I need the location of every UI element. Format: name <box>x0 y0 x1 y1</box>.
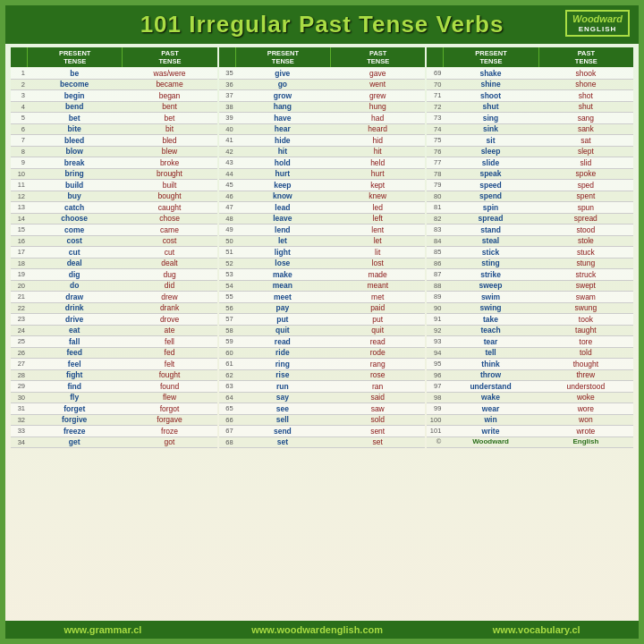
past-tense: saw <box>330 403 425 414</box>
row-number: 48 <box>219 216 235 223</box>
past-tense: began <box>122 90 216 101</box>
past-tense: shook <box>538 68 633 79</box>
table-row: 74sinksank <box>427 124 633 136</box>
present-tense: rise <box>235 370 330 381</box>
row-number: 93 <box>427 338 443 345</box>
past-tense: sped <box>538 180 633 191</box>
present-tense: lend <box>235 225 330 235</box>
present-tense: bleed <box>27 135 122 146</box>
present-tense: forget <box>27 403 122 414</box>
past-tense: came <box>122 225 216 235</box>
table-row: 13catchcaught <box>11 202 217 214</box>
past-tense: stung <box>538 258 633 269</box>
present-tense: drive <box>27 314 122 325</box>
past-tense: quit <box>330 326 425 336</box>
row-number: 85 <box>427 249 443 256</box>
present-tense: ring <box>235 359 330 369</box>
column-1: PRESENTTENSE PASTTENSE 1bewas/were2becom… <box>11 47 217 617</box>
row-number: 57 <box>219 316 235 323</box>
past-tense: met <box>330 292 425 302</box>
past-tense: spun <box>538 202 633 213</box>
row-number: 26 <box>11 350 27 357</box>
footer-link-2: www.woodwardenglish.com <box>251 624 383 635</box>
present-tense: bite <box>27 124 122 135</box>
past-tense: bent <box>122 102 216 113</box>
past-tense: forgot <box>122 403 216 414</box>
present-tense: spread <box>443 214 538 225</box>
past-tense: dug <box>122 269 216 280</box>
present-tense: write <box>443 426 538 436</box>
present-tense: hit <box>235 147 330 157</box>
past-tense: ate <box>122 326 216 336</box>
present-tense: forgive <box>27 415 122 426</box>
logo-sub: ENGLISH <box>572 25 623 33</box>
col2-past-header: PASTTENSE <box>330 47 425 67</box>
past-tense: sang <box>538 113 633 123</box>
past-tense: stole <box>538 236 633 247</box>
past-tense: sent <box>330 426 425 436</box>
past-tense: slept <box>538 147 633 157</box>
present-tense: stick <box>443 247 538 258</box>
table-row: 47leadled <box>219 202 426 214</box>
past-tense: swung <box>538 303 633 314</box>
past-tense: drew <box>122 292 216 302</box>
past-tense: taught <box>538 326 633 336</box>
past-tense: sat <box>538 135 633 146</box>
present-tense: sleep <box>443 147 538 157</box>
row-number: 41 <box>219 137 235 144</box>
table-row: 80spendspent <box>427 191 633 203</box>
table-row: 82spreadspread <box>427 214 633 225</box>
row-number: 80 <box>427 193 443 200</box>
table-row: 69shakeshook <box>427 68 633 80</box>
present-tense: stand <box>443 225 538 235</box>
past-tense: cost <box>122 236 216 247</box>
table-row: 86stingstung <box>427 258 633 270</box>
row-number: 9 <box>11 159 27 166</box>
table-row: 42hithit <box>219 147 426 158</box>
row-number: 55 <box>219 293 235 301</box>
row-number: 97 <box>427 383 443 390</box>
col1-past-header: PASTTENSE <box>122 47 216 67</box>
present-tense: bring <box>27 169 122 180</box>
row-number: 65 <box>219 405 235 412</box>
past-tense: thought <box>538 359 633 369</box>
table-row: 97understandunderstood <box>427 381 633 393</box>
present-tense: mean <box>235 281 330 292</box>
present-tense: feel <box>27 359 122 369</box>
present-tense: Woodward <box>443 437 538 447</box>
row-number: 13 <box>11 204 27 211</box>
present-tense: shine <box>443 80 538 90</box>
table-row: 37growgrew <box>219 90 426 102</box>
present-tense: sweep <box>443 281 538 292</box>
present-tense: meet <box>235 292 330 302</box>
table-row: 92teachtaught <box>427 326 633 337</box>
past-tense: made <box>330 269 425 280</box>
present-tense: sing <box>443 113 538 123</box>
table-row: 62riserose <box>219 370 426 382</box>
row-number: 15 <box>11 226 27 233</box>
table-row: 84stealstole <box>427 236 633 248</box>
row-number: 74 <box>427 126 443 133</box>
table-row: 33freezefroze <box>11 426 217 437</box>
table-row: 78speakspoke <box>427 169 633 181</box>
table-row: 49lendlent <box>219 225 426 236</box>
row-number: 100 <box>427 417 443 424</box>
table-row: 32forgiveforgave <box>11 415 217 427</box>
page-header: 101 Irregular Past Tense Verbs Woodward … <box>5 5 639 44</box>
table-row: 81spinspun <box>427 202 633 214</box>
row-number: 1 <box>11 70 27 77</box>
row-number: 79 <box>427 182 443 189</box>
logo-text: Woodward <box>572 13 623 25</box>
row-number: 59 <box>219 338 235 345</box>
table-row: 60riderode <box>219 348 426 360</box>
table-row: 87strikestruck <box>427 269 633 281</box>
present-tense: dig <box>27 269 122 280</box>
row-number: 18 <box>11 260 27 267</box>
row-number: 67 <box>219 428 235 435</box>
table-row: 38hanghung <box>219 102 426 114</box>
past-tense: hung <box>330 102 425 113</box>
present-tense: buy <box>27 191 122 202</box>
row-number: 23 <box>11 316 27 323</box>
row-number: 101 <box>427 428 443 435</box>
table-row: 100winwon <box>427 415 633 427</box>
